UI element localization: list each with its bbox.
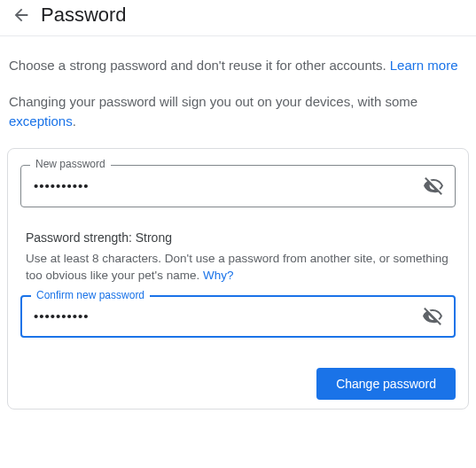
strength-desc-text: Use at least 8 characters. Don't use a p…	[26, 252, 449, 283]
new-password-field[interactable]: New password	[20, 165, 456, 207]
description-text-1: Choose a strong password and don't reuse…	[9, 58, 390, 73]
back-arrow-icon[interactable]	[11, 4, 32, 26]
visibility-off-icon[interactable]	[423, 176, 444, 197]
page-header: Password	[0, 0, 476, 36]
password-strength-desc: Use at least 8 characters. Don't use a p…	[26, 250, 450, 285]
actions-row: Change password	[20, 368, 456, 400]
description-line-1: Choose a strong password and don't reuse…	[9, 56, 467, 76]
password-card: New password Password strength: Strong U…	[7, 148, 469, 410]
description-text-2b: .	[73, 113, 76, 129]
confirm-password-field[interactable]: Confirm new password	[20, 295, 456, 338]
password-strength-block: Password strength: Strong Use at least 8…	[20, 214, 456, 295]
password-strength-title: Password strength: Strong	[26, 230, 450, 245]
page-title: Password	[41, 4, 127, 27]
visibility-off-icon[interactable]	[422, 306, 443, 327]
confirm-password-label: Confirm new password	[31, 289, 150, 301]
learn-more-link[interactable]: Learn more	[390, 58, 458, 73]
description-text-2: Changing your password will sign you out…	[9, 94, 417, 109]
new-password-label: New password	[30, 158, 111, 170]
new-password-input[interactable]	[34, 178, 412, 193]
why-link[interactable]: Why?	[203, 269, 234, 282]
confirm-password-input[interactable]	[34, 308, 412, 324]
exceptions-link[interactable]: exceptions	[9, 113, 73, 129]
change-password-button[interactable]: Change password	[316, 368, 456, 400]
description-line-2: Changing your password will sign you out…	[9, 92, 467, 132]
description-block: Choose a strong password and don't reuse…	[0, 36, 476, 132]
